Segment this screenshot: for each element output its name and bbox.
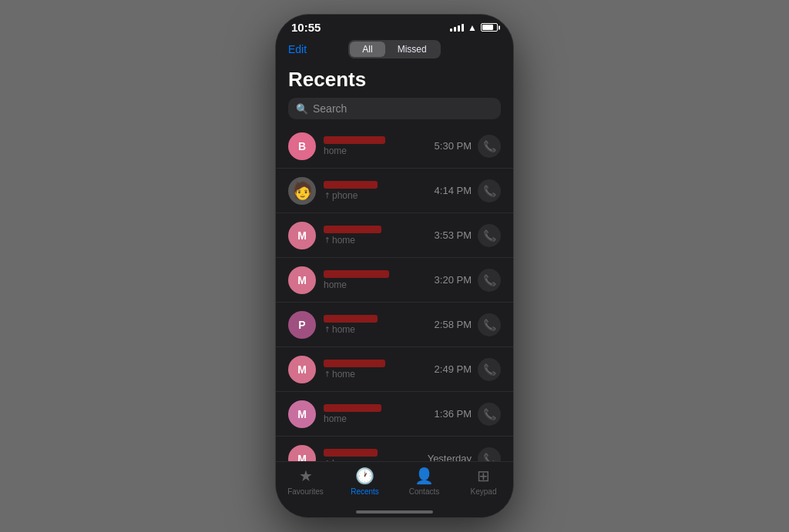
call-info: home [324, 136, 427, 156]
list-item: M home 3:20 PM 📞 [276, 258, 513, 303]
call-button[interactable]: 📞 [478, 447, 501, 462]
call-button[interactable]: 📞 [478, 179, 501, 202]
phone-icon: 📞 [483, 185, 496, 197]
call-right: 5:30 PM 📞 [435, 135, 501, 158]
edit-button[interactable]: Edit [288, 43, 307, 55]
wifi-icon: ▲ [468, 22, 477, 33]
tab-group: All Missed [348, 40, 440, 59]
favourites-icon: ★ [299, 467, 313, 485]
contacts-label: Contacts [409, 487, 439, 496]
call-button[interactable]: 📞 [478, 135, 501, 158]
call-button[interactable]: 📞 [478, 224, 501, 247]
favourites-label: Favourites [287, 487, 324, 496]
list-item: P ↗ home 2:58 PM 📞 [276, 303, 513, 347]
call-right: 4:14 PM 📞 [435, 179, 501, 202]
outgoing-arrow: ↗ [321, 369, 331, 379]
list-item: M ↗ home Yesterday 📞 [276, 437, 513, 461]
call-info: ↗ phone [324, 181, 427, 201]
call-type: phone [332, 190, 358, 201]
call-time: 4:14 PM [435, 185, 472, 196]
call-info: ↗ home [324, 315, 427, 335]
contact-name-redacted [324, 226, 381, 233]
phone-icon: 📞 [483, 363, 496, 376]
call-time: 5:30 PM [435, 140, 472, 152]
contact-name-redacted [324, 181, 378, 189]
status-bar: 10:55 ▲ [276, 15, 513, 37]
list-item: M ↗ home 2:49 PM 📞 [276, 347, 513, 392]
call-info: home [324, 404, 427, 424]
list-item: B home 5:30 PM 📞 [276, 124, 513, 169]
recents-icon: 🕐 [355, 467, 374, 485]
call-type: home [332, 324, 355, 335]
search-icon: 🔍 [296, 103, 308, 115]
call-right: 2:58 PM 📞 [435, 313, 501, 336]
call-type: home [324, 413, 347, 424]
list-item: M ↗ home 3:53 PM 📞 [276, 213, 513, 258]
home-bar [356, 510, 433, 514]
avatar: M [288, 445, 316, 462]
contact-name-redacted [324, 136, 385, 144]
phone-icon: 📞 [483, 274, 496, 286]
status-icons: ▲ [450, 22, 498, 33]
call-time: 3:53 PM [435, 229, 472, 241]
tab-keypad[interactable]: ⊞ Keypad [454, 467, 513, 496]
list-item: 🧑 ↗ phone 4:14 PM 📞 [276, 169, 513, 213]
call-info: ↗ home [324, 449, 420, 462]
contact-name-redacted [324, 404, 381, 412]
call-type: home [324, 279, 347, 290]
recents-label: Recents [351, 487, 379, 496]
tab-favourites[interactable]: ★ Favourites [276, 467, 335, 496]
call-time: 2:49 PM [435, 363, 472, 375]
call-button[interactable]: 📞 [478, 358, 501, 381]
phone-icon: 📞 [483, 408, 496, 420]
call-button[interactable]: 📞 [478, 403, 501, 426]
search-input-wrap[interactable]: 🔍 Search [288, 98, 501, 119]
page-title: Recents [288, 68, 501, 92]
search-bar-section: 🔍 Search [276, 95, 513, 124]
search-input[interactable]: Search [313, 102, 347, 115]
call-info: home [324, 270, 427, 290]
outgoing-arrow: ↗ [321, 235, 331, 245]
phone-icon: 📞 [483, 453, 496, 462]
call-type: home [324, 146, 347, 156]
call-right: Yesterday 📞 [428, 447, 501, 462]
call-list: B home 5:30 PM 📞 🧑 [276, 124, 513, 461]
home-indicator [276, 508, 513, 517]
tab-contacts[interactable]: 👤 Contacts [394, 467, 454, 496]
outgoing-arrow: ↗ [321, 324, 331, 334]
keypad-label: Keypad [471, 487, 497, 496]
call-button[interactable]: 📞 [478, 269, 501, 292]
tab-recents[interactable]: 🕐 Recents [335, 467, 394, 496]
nav-tabs: Edit All Missed [276, 37, 513, 63]
call-right: 3:20 PM 📞 [435, 269, 501, 292]
phone-icon: 📞 [483, 319, 496, 331]
call-time: 1:36 PM [435, 408, 472, 420]
avatar: M [288, 400, 316, 428]
call-right: 3:53 PM 📞 [435, 224, 501, 247]
avatar: M [288, 356, 316, 383]
avatar: 🧑 [288, 177, 316, 205]
call-type: home [332, 369, 355, 380]
call-right: 2:49 PM 📞 [435, 358, 501, 381]
call-right: 1:36 PM 📞 [435, 403, 501, 426]
contact-name-redacted [324, 360, 385, 367]
phone-icon: 📞 [483, 229, 496, 242]
call-type: home [332, 235, 355, 246]
call-time: 3:20 PM [435, 274, 472, 286]
call-time: Yesterday [428, 453, 472, 461]
signal-icon [450, 24, 464, 32]
bottom-tab-bar: ★ Favourites 🕐 Recents 👤 Contacts ⊞ Keyp… [276, 461, 513, 508]
status-time: 10:55 [291, 21, 321, 34]
call-button[interactable]: 📞 [478, 313, 501, 336]
call-info: ↗ home [324, 360, 427, 380]
tab-missed[interactable]: Missed [385, 42, 439, 57]
tab-all[interactable]: All [350, 42, 384, 57]
page-title-section: Recents [276, 63, 513, 95]
avatar: P [288, 311, 316, 339]
contact-name-redacted [324, 315, 378, 323]
avatar: M [288, 222, 316, 249]
battery-icon [481, 23, 498, 32]
phone-icon: 📞 [483, 140, 496, 152]
phone-frame: 10:55 ▲ Edit All Missed Recents 🔍 [275, 14, 514, 518]
keypad-icon: ⊞ [477, 467, 490, 485]
